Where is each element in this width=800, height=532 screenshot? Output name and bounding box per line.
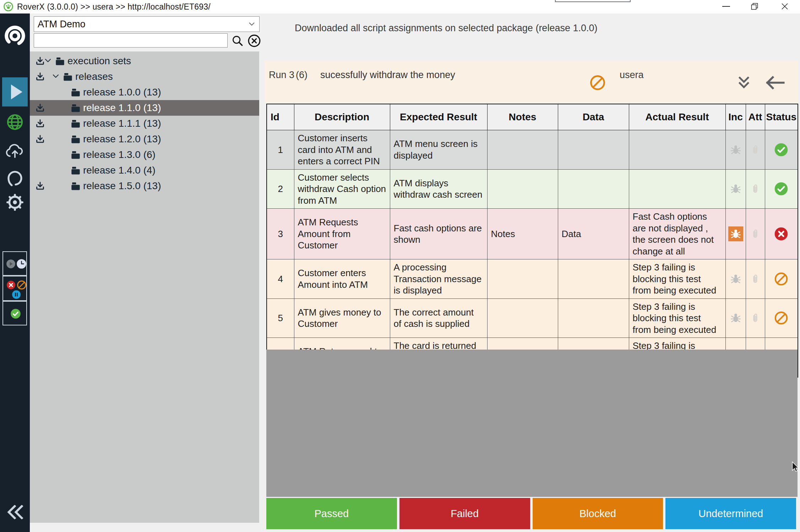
window-title: RoverX (3.0.0.0) >> usera >> http://loca… [17, 2, 211, 12]
cell-expected-result: ATM menu screen is displayed [390, 130, 487, 170]
download-icon[interactable] [35, 134, 45, 145]
download-icon[interactable] [35, 72, 45, 82]
tree-item[interactable]: releases [30, 69, 259, 84]
cell-incident [725, 169, 746, 209]
tree-item[interactable]: release 1.2.0 (13) [30, 131, 259, 147]
roverx-logo-icon [2, 21, 28, 50]
column-header: Status [765, 104, 798, 130]
cloud-upload-icon [5, 142, 25, 158]
table-header-row: IdDescriptionExpected ResultNotesDataAct… [267, 104, 798, 130]
status-button-bar: PassedFailedBlockedUndetermined [266, 498, 796, 529]
status-icon-passed [774, 143, 788, 157]
cell-status [765, 209, 798, 259]
expand-chevron-icon[interactable] [52, 73, 60, 79]
status-button-passed[interactable]: Passed [266, 498, 397, 529]
step-row[interactable]: 2Customer selects withdraw Cash option f… [267, 169, 798, 209]
column-header: Actual Result [629, 104, 725, 130]
tree-item-label: releases [75, 69, 113, 84]
restore-button[interactable] [746, 0, 763, 13]
globe-icon [6, 113, 24, 131]
cell-incident [725, 259, 746, 299]
project-selector-value: ATM Demo [38, 19, 86, 30]
steps-table: IdDescriptionExpected ResultNotesDataAct… [266, 104, 798, 378]
bug-icon [730, 273, 741, 285]
cell-data [558, 298, 629, 338]
cell-id: 1 [267, 130, 294, 170]
sidebar-item-upload[interactable] [2, 141, 28, 160]
sidebar-item-run[interactable] [2, 77, 28, 106]
download-icon[interactable] [35, 119, 45, 129]
expand-chevron-icon[interactable] [44, 58, 52, 64]
table-empty-area [266, 350, 798, 497]
status-icon-blocked [774, 311, 788, 325]
cell-expected-result: The correct amount of cash is supplied [390, 298, 487, 338]
folder-icon [70, 166, 81, 175]
cell-id: 2 [267, 169, 294, 209]
tree-item[interactable]: release 1.4.0 (4) [30, 163, 259, 178]
step-row[interactable]: 3ATM Requests Amount from CustomerFast c… [267, 209, 798, 259]
titlebar-widget-partial [555, 0, 631, 2]
download-icon[interactable] [35, 103, 45, 114]
folder-icon [70, 103, 81, 113]
sidebar-item-support[interactable] [2, 168, 28, 187]
tree-item-label: release 1.5.0 (13) [83, 178, 161, 194]
minimize-button[interactable] [718, 0, 734, 13]
back-arrow-icon[interactable] [764, 76, 785, 89]
status-button-failed[interactable]: Failed [399, 498, 530, 529]
clear-search-icon[interactable] [247, 34, 261, 48]
incident-button[interactable] [728, 226, 743, 241]
cell-attachment [746, 259, 765, 299]
paperclip-icon [750, 183, 761, 194]
step-row[interactable]: 1Customer inserts card into ATM and ente… [267, 130, 798, 170]
cell-expected-result: Fast cash options are shown [390, 209, 487, 259]
app-logo-paw-icon [4, 2, 13, 11]
cell-expected-result: A processing Transaction message is disp… [390, 259, 487, 299]
paperclip-icon [750, 312, 761, 324]
search-icon[interactable] [232, 35, 244, 47]
step-row[interactable]: 5ATM gives money to CustomerThe correct … [267, 298, 798, 338]
sidebar [0, 13, 30, 532]
cell-actual-result: Fast Cash options are not displayed , th… [629, 209, 725, 259]
step-row[interactable]: 4Customer enters Amount into ATMA proces… [267, 259, 798, 299]
sidebar-item-settings[interactable] [2, 192, 28, 212]
project-selector[interactable]: ATM Demo [34, 16, 260, 32]
column-header: Id [267, 104, 294, 130]
cell-description: Customer enters Amount into ATM [294, 259, 390, 299]
cell-data [558, 169, 629, 209]
cell-description: ATM gives money to Customer [294, 298, 390, 338]
tree-item[interactable]: release 1.1.0 (13) [30, 100, 259, 116]
tree-item[interactable]: release 1.1.1 (13) [30, 116, 259, 131]
tree-item-label: release 1.4.0 (4) [83, 163, 156, 178]
search-input[interactable] [34, 33, 228, 48]
download-icon[interactable] [35, 181, 45, 192]
running-play-icon [6, 259, 16, 269]
run-status-blocked-icon [589, 75, 606, 91]
release-tree: execution setsreleasesrelease 1.0.0 (13)… [30, 53, 259, 194]
column-header: Description [294, 104, 390, 130]
tree-item-label: execution sets [67, 53, 131, 69]
sidebar-item-web[interactable] [2, 112, 28, 132]
collapse-sidebar-icon[interactable] [6, 505, 24, 519]
tree-item[interactable]: execution sets [30, 53, 259, 69]
paperclip-icon [750, 228, 761, 240]
cell-status [765, 259, 798, 299]
bug-icon [730, 144, 741, 155]
status-button-blocked[interactable]: Blocked [533, 498, 663, 529]
play-icon [11, 84, 22, 99]
tree-item[interactable]: release 1.0.0 (13) [30, 84, 259, 100]
paperclip-icon [750, 273, 761, 285]
cell-notes [487, 259, 558, 299]
expand-all-icon[interactable] [737, 75, 751, 91]
chevron-down-icon [249, 22, 255, 26]
tree-item[interactable]: release 1.5.0 (13) [30, 178, 259, 194]
run-header: Run 3 (6) sucessfully withdraw the money… [265, 61, 798, 103]
cell-description: Customer inserts card into ATM and enter… [294, 130, 390, 170]
legend-group-active [2, 251, 27, 276]
tree-item[interactable]: release 1.3.0 (6) [30, 147, 259, 163]
status-button-undetermined[interactable]: Undetermined [665, 498, 796, 529]
mouse-cursor [791, 461, 800, 473]
column-header: Inc [725, 104, 746, 130]
folder-icon [70, 150, 81, 160]
close-button[interactable] [777, 0, 793, 13]
bug-icon [730, 183, 741, 194]
